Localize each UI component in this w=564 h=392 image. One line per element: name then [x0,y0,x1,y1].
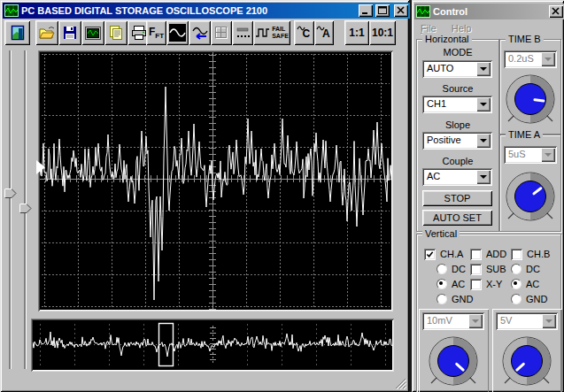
channel-b-slider-thumb[interactable] [19,204,32,213]
right-dc-label: DC [526,264,540,274]
time-b-legend: TIME B [506,33,544,45]
time-b-knob[interactable] [503,72,558,127]
fail-safe-button[interactable]: FAILSAFE [253,20,290,45]
ch-b-range-select[interactable]: 5V [496,312,558,330]
control-close-button[interactable] [549,5,563,18]
auto-set-button[interactable]: AUTO SET [422,210,492,226]
ch-b-gain-knob[interactable] [499,334,554,388]
maximize-button[interactable] [375,4,390,17]
ch-a-range-select[interactable]: 10mV [422,312,484,330]
scope-screen-icon [84,26,102,41]
desktop: PC BASED DIGITAL STORAGE OSCILLOSCOPE 21… [0,0,564,392]
ch-a-gain-knob[interactable] [426,334,481,388]
minimize-button[interactable] [359,4,373,17]
left-gnd-radio[interactable] [437,294,447,304]
time-b-select-value: 0.2uS [504,50,539,68]
close-icon [396,6,406,15]
slope-select[interactable]: Positive [422,132,492,150]
line-dots-icon [235,25,251,41]
ch-a-label: CH.A [440,249,463,259]
channel-a-slider-thumb[interactable] [4,188,17,198]
mode-select[interactable]: AUTO [422,60,492,78]
ch-b-checkbox[interactable] [511,249,522,260]
horizontal-group: Horizontal MODE AUTO Source CH1 Slope Po… [416,39,499,232]
right-gnd-label: GND [526,294,547,304]
grid-toggle-button[interactable] [211,20,232,45]
xy-checkbox[interactable] [470,279,482,290]
couple-label: Couple [417,156,498,166]
sine-c-icon: C [297,24,313,42]
square-wave-icon [255,26,270,40]
sine-a-button[interactable]: A [314,20,334,45]
maximize-icon [377,6,388,15]
invert-display-button[interactable] [166,20,189,45]
window-title: PC BASED DIGITAL STORAGE OSCILLOSCOPE 21… [21,5,356,16]
slope-select-arrow[interactable] [476,134,491,148]
preview-waveform [33,320,392,370]
channel-a-position-slider[interactable] [9,50,11,369]
time-b-select-arrow [541,52,555,66]
trigger-level-marker[interactable] [36,160,45,174]
oscilloscope-window: PC BASED DIGITAL STORAGE OSCILLOSCOPE 21… [0,0,409,392]
right-ac-label: AC [526,279,539,289]
time-b-select[interactable]: 0.2uS [504,50,557,68]
scope-display [38,50,393,311]
ratio-10-1-label: 10:1 [372,27,393,39]
auto-set-button-label: AUTO SET [433,212,482,223]
source-select-arrow[interactable] [476,97,491,111]
ch-b-label: CH.B [527,249,550,259]
control-titlebar: Control [414,4,564,19]
stop-button[interactable]: STOP [422,190,492,206]
open-button[interactable] [35,20,58,45]
inverted-sine-icon [169,24,186,42]
time-a-select[interactable]: 5uS [504,146,557,164]
minimize-icon [360,6,371,15]
notes-pages-icon [107,25,125,41]
add-checkbox[interactable] [470,249,482,260]
couple-select-value: AC [422,168,475,186]
left-gnd-label: GND [452,294,473,304]
horizontal-legend: Horizontal [422,33,472,45]
sine-c-button[interactable]: C [294,20,314,45]
exit-door-icon [9,24,27,42]
exit-button[interactable] [4,20,30,45]
couple-select-arrow[interactable] [476,170,491,184]
line-style-button[interactable] [232,20,253,45]
stop-button-label: STOP [444,193,471,204]
fft-label: FFT [149,26,164,40]
close-button[interactable] [394,4,408,17]
grid-icon [213,25,229,41]
time-a-group: TIME A 5uS [499,135,561,232]
ratio-10-1-button[interactable]: 10:1 [369,20,396,45]
restore-waveform-button[interactable] [189,20,211,45]
vertical-group: Vertical CH.A ADD CH.B DC SUB DC AC X-Y … [416,234,561,392]
sine-undo-arrow-icon [191,24,209,42]
ch-a-range-value: 10mV [422,312,467,330]
right-ac-radio[interactable] [511,279,522,289]
ch-a-panel: 10mV [419,309,489,392]
left-ac-radio[interactable] [437,279,447,289]
ratio-1-1-button[interactable]: 1:1 [344,20,369,45]
couple-select[interactable]: AC [422,168,492,186]
resize-grip[interactable] [395,378,406,389]
right-dc-radio[interactable] [511,264,522,274]
source-select[interactable]: CH1 [422,96,492,113]
slope-select-value: Positive [422,132,475,150]
fail-safe-label: FAILSAFE [272,26,289,40]
save-button[interactable] [58,20,81,45]
notes-button[interactable] [104,20,127,45]
ratio-1-1-label: 1:1 [349,27,364,39]
sub-checkbox[interactable] [470,264,482,275]
left-dc-radio[interactable] [437,264,447,274]
time-a-knob[interactable] [503,169,558,224]
ch-a-range-arrow [468,314,483,328]
main-titlebar: PC BASED DIGITAL STORAGE OSCILLOSCOPE 21… [3,3,410,19]
ch-b-range-value: 5V [496,312,540,330]
capture-display-button[interactable] [81,20,104,45]
right-gnd-radio[interactable] [511,294,522,304]
mode-select-arrow[interactable] [476,62,491,76]
ch-a-checkbox[interactable] [424,249,436,260]
left-dc-label: DC [452,264,466,274]
fft-button[interactable]: FFT [146,20,166,45]
open-folder-icon [38,25,56,41]
